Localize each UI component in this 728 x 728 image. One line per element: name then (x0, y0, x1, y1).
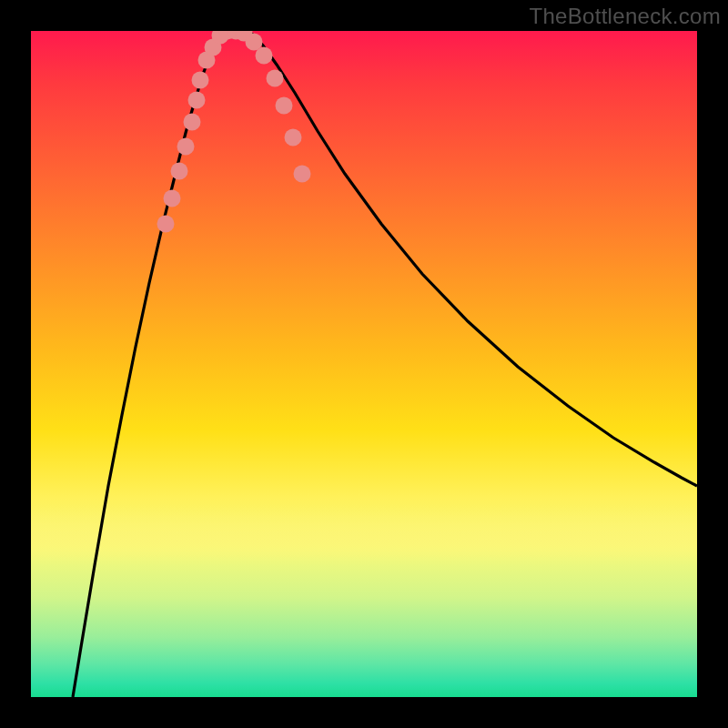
scatter-dot (157, 216, 175, 233)
right-curve (249, 32, 697, 486)
scatter-dot (164, 190, 181, 207)
scatter-dot (294, 166, 311, 183)
scatter-dot (256, 47, 273, 65)
scatter-dot (267, 70, 284, 87)
plot-area (31, 31, 697, 697)
chart-svg (31, 31, 697, 697)
scatter-dot (192, 72, 209, 89)
scatter-dot (184, 114, 201, 131)
scatter-dot (171, 163, 188, 180)
scatter-dot (188, 92, 206, 109)
scatter-dot (285, 129, 302, 147)
curve-group (73, 32, 697, 697)
scatter-dots (157, 31, 311, 233)
chart-container: TheBottleneck.com (0, 0, 728, 728)
scatter-dot (177, 138, 195, 156)
scatter-dot (276, 97, 293, 115)
watermark-text: TheBottleneck.com (529, 4, 721, 29)
left-curve (73, 32, 227, 697)
